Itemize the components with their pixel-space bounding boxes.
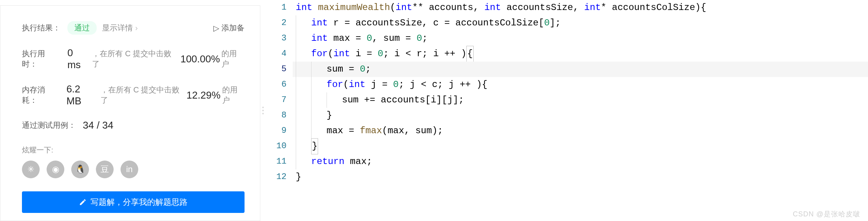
line-number: 8 (266, 108, 287, 123)
code-line[interactable]: } (293, 139, 868, 154)
line-gutter: 123456789101112 (266, 0, 293, 221)
testcase-label: 通过测试用例： (22, 120, 76, 131)
testcase-row: 通过测试用例： 34 / 34 (22, 119, 245, 131)
detail-link-text: 显示详情 (102, 23, 133, 33)
memory-label: 内存消耗： (22, 85, 59, 105)
code-line[interactable]: int maximumWealth(int** accounts, int ac… (293, 0, 868, 15)
code-line[interactable]: for(int i = 0; i < r; i ++ ){ (293, 46, 868, 62)
runtime-prefix: ，在所有 C 提交中击败了 (92, 49, 179, 69)
watermark: CSDN @是张哈皮啵 (793, 209, 860, 219)
status-badge: 通过 (67, 21, 97, 35)
show-detail-link[interactable]: 显示详情 › (102, 23, 138, 33)
code-body[interactable]: int maximumWealth(int** accounts, int ac… (293, 0, 868, 221)
line-number: 6 (266, 77, 287, 92)
line-number: 12 (266, 169, 287, 185)
code-line[interactable]: return max; (293, 154, 868, 169)
line-number: 2 (266, 15, 287, 31)
add-note-text: 添加备 (221, 23, 245, 33)
code-editor[interactable]: 123456789101112 int maximumWealth(int** … (266, 0, 868, 221)
qq-share-icon[interactable]: 🐧 (71, 161, 89, 178)
memory-percent: 12.29% (186, 89, 220, 101)
share-icons-row: ✳◉🐧豆in (22, 161, 245, 178)
memory-prefix: ，在所有 C 提交中击败了 (101, 85, 185, 105)
line-number: 10 (266, 139, 287, 154)
play-icon: ▷ (213, 23, 219, 33)
line-number: 4 (266, 46, 287, 62)
memory-suffix: 的用户 (222, 85, 245, 105)
linkedin-share-icon[interactable]: in (121, 161, 138, 178)
code-line[interactable]: max = fmax(max, sum); (293, 123, 868, 139)
line-number: 1 (266, 0, 287, 15)
code-line[interactable]: for(int j = 0; j < c; j ++ ){ (293, 77, 868, 92)
runtime-value: 0 ms (67, 47, 89, 71)
wechat-share-icon[interactable]: ✳ (22, 161, 40, 178)
result-label: 执行结果： (22, 23, 60, 33)
code-line[interactable]: sum = 0; (293, 62, 868, 77)
line-number: 5 (266, 62, 287, 77)
code-line[interactable]: } (293, 108, 868, 123)
result-row: 执行结果： 通过 显示详情 › ▷ 添加备 (22, 21, 245, 35)
douban-share-icon[interactable]: 豆 (96, 161, 114, 178)
code-line[interactable]: } (293, 169, 868, 185)
runtime-row: 执行用时： 0 ms ，在所有 C 提交中击败了 100.00% 的用户 (22, 47, 245, 71)
line-number: 3 (266, 31, 287, 46)
line-number: 9 (266, 123, 287, 139)
memory-value: 6.2 MB (66, 83, 97, 107)
code-line[interactable]: sum += accounts[i][j]; (293, 92, 868, 108)
line-number: 11 (266, 154, 287, 169)
pencil-icon (79, 198, 87, 206)
code-line[interactable]: int r = accountsSize, c = accountsColSiz… (293, 15, 868, 31)
runtime-percent: 100.00% (180, 53, 220, 65)
testcase-value: 34 / 34 (83, 119, 114, 131)
results-panel: 执行结果： 通过 显示详情 › ▷ 添加备 执行用时： 0 ms ，在所有 C … (0, 5, 260, 221)
runtime-suffix: 的用户 (221, 49, 245, 69)
memory-row: 内存消耗： 6.2 MB ，在所有 C 提交中击败了 12.29% 的用户 (22, 83, 245, 107)
weibo-share-icon[interactable]: ◉ (47, 161, 64, 178)
write-solution-label: 写题解，分享我的解题思路 (90, 197, 188, 208)
code-line[interactable]: int max = 0, sum = 0; (293, 31, 868, 46)
share-label: 炫耀一下: (22, 145, 53, 155)
runtime-label: 执行用时： (22, 49, 60, 69)
panel-divider[interactable] (260, 0, 266, 221)
chevron-right-icon: › (135, 23, 138, 32)
write-solution-button[interactable]: 写题解，分享我的解题思路 (22, 191, 245, 213)
share-row: 炫耀一下: (22, 145, 245, 155)
line-number: 7 (266, 92, 287, 108)
add-note-link[interactable]: ▷ 添加备 (213, 23, 245, 33)
